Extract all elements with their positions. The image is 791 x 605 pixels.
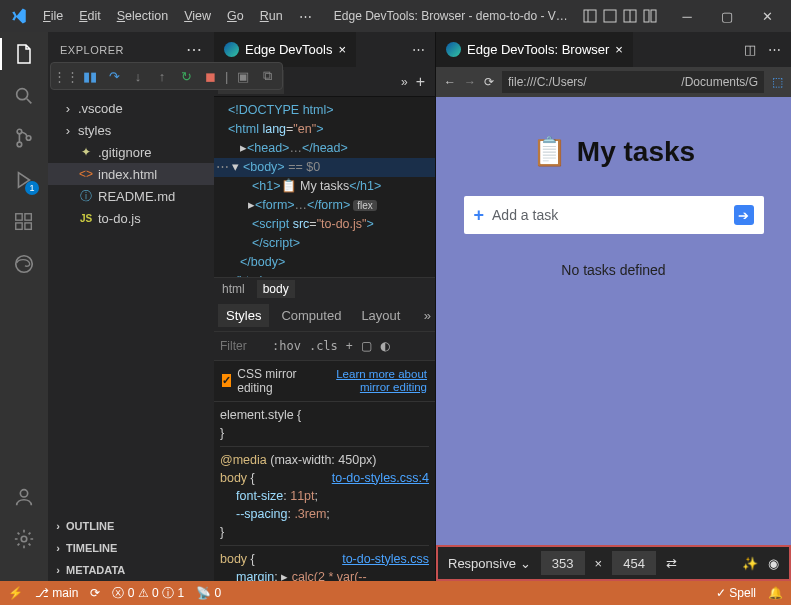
layout-icon[interactable] — [603, 9, 617, 23]
close-button[interactable]: ✕ — [747, 0, 787, 32]
device-mode-select[interactable]: Responsive ⌄ — [448, 556, 531, 571]
layout-tab[interactable]: Layout — [353, 304, 408, 327]
menu-file[interactable]: FFileile — [36, 5, 70, 27]
mirror-checkbox[interactable]: ✓ — [222, 374, 231, 387]
add-tool-icon[interactable]: + — [410, 73, 431, 91]
layout-split-icon[interactable] — [583, 9, 597, 23]
restart-icon[interactable]: ↻ — [177, 67, 195, 85]
eye-icon[interactable]: ◉ — [768, 556, 779, 571]
wand-icon[interactable]: ✨ — [742, 556, 758, 571]
new-rule-icon[interactable]: + — [346, 339, 353, 353]
styles-body[interactable]: element.style { } @media (max-width: 450… — [214, 402, 435, 582]
styles-tab[interactable]: Styles — [218, 304, 269, 327]
remote-icon[interactable]: ⚡ — [8, 586, 23, 600]
file-index-html[interactable]: <>index.html — [48, 163, 214, 185]
layout-icon[interactable] — [623, 9, 637, 23]
gitignore-icon: ✦ — [78, 145, 94, 159]
submit-icon[interactable]: ➔ — [734, 205, 754, 225]
more-tools-icon[interactable]: » — [401, 75, 408, 89]
tool-icon[interactable]: ⧉ — [258, 67, 276, 85]
metadata-section[interactable]: ›METADATA — [48, 559, 214, 581]
layout-grid-icon[interactable] — [643, 9, 657, 23]
js-icon: JS — [78, 213, 94, 224]
folder-vscode[interactable]: ›.vscode — [48, 97, 214, 119]
problems-status[interactable]: ⓧ 0 ⚠ 0 ⓘ 1 — [112, 585, 184, 602]
explorer-sidebar: EXPLORER⋯ ›.vscode ›styles ✦.gitignore <… — [48, 32, 214, 581]
status-bar: ⚡ ⎇ main ⟳ ⓧ 0 ⚠ 0 ⓘ 1 📡 0 ✓ Spell 🔔 — [0, 581, 791, 605]
debug-toolbar[interactable]: ⋮⋮ ▮▮ ↷ ↓ ↑ ↻ ◼ | ▣ ⧉ — [50, 62, 283, 90]
tab-edge-browser[interactable]: Edge DevTools: Browser × — [436, 32, 634, 67]
svg-point-10 — [17, 142, 22, 147]
more-tab-icon[interactable]: ⋯ — [768, 42, 781, 57]
computed-tab[interactable]: Computed — [273, 304, 349, 327]
svg-rect-5 — [644, 10, 649, 22]
menu-view[interactable]: View — [177, 5, 218, 27]
reload-icon[interactable]: ⟳ — [484, 75, 494, 89]
outline-section[interactable]: ›OUTLINE — [48, 515, 214, 537]
pause-icon[interactable]: ▮▮ — [81, 67, 99, 85]
source-control-activity-icon[interactable] — [12, 126, 36, 150]
extensions-activity-icon[interactable] — [12, 210, 36, 234]
url-bar[interactable]: file:///C:/Users//Documents/G — [502, 71, 764, 93]
styles-filter-row: :hov .cls + ▢ ◐ — [214, 331, 435, 361]
step-over-icon[interactable]: ↷ — [105, 67, 123, 85]
run-debug-activity-icon[interactable]: 1 — [12, 168, 36, 192]
branch-status[interactable]: ⎇ main — [35, 586, 78, 600]
height-input[interactable] — [612, 551, 656, 575]
rotate-icon[interactable]: ⇄ — [666, 556, 677, 571]
forward-icon[interactable]: → — [464, 75, 476, 89]
svg-rect-0 — [584, 10, 596, 22]
file-gitignore[interactable]: ✦.gitignore — [48, 141, 214, 163]
close-tab-icon[interactable]: × — [615, 42, 623, 57]
browser-pane: Edge DevTools: Browser × ◫ ⋯ ← → ⟳ file:… — [436, 32, 791, 581]
menu-selection[interactable]: Selection — [110, 5, 175, 27]
inspect-icon[interactable]: ⬚ — [772, 75, 783, 89]
mirror-learn-link[interactable]: Learn more about mirror editing — [313, 368, 427, 394]
menu-edit[interactable]: Edit — [72, 5, 108, 27]
stop-icon[interactable]: ◼ — [201, 67, 219, 85]
accounts-activity-icon[interactable] — [12, 485, 36, 509]
menu-more[interactable]: ⋯ — [292, 5, 319, 28]
hov-toggle[interactable]: :hov — [272, 339, 301, 353]
search-activity-icon[interactable] — [12, 84, 36, 108]
step-into-icon[interactable]: ↓ — [129, 67, 147, 85]
port-status[interactable]: 📡 0 — [196, 586, 221, 600]
tool-icon[interactable]: ▣ — [234, 67, 252, 85]
html-icon: <> — [78, 167, 94, 181]
drag-handle-icon[interactable]: ⋮⋮ — [57, 67, 75, 85]
settings-activity-icon[interactable] — [12, 527, 36, 551]
back-icon[interactable]: ← — [444, 75, 456, 89]
svg-rect-12 — [16, 214, 22, 220]
toggle-icon[interactable]: ◐ — [380, 339, 390, 353]
file-readme[interactable]: ⓘREADME.md — [48, 185, 214, 207]
filter-input[interactable] — [220, 339, 264, 353]
elements-tree[interactable]: <!DOCTYPE html> <html lang="en"> ▸<head>… — [214, 97, 435, 277]
split-editor-icon[interactable]: ◫ — [744, 42, 756, 57]
more-styles-icon[interactable]: » — [424, 308, 431, 323]
sync-icon[interactable]: ⟳ — [90, 586, 100, 600]
editor-layout-icons[interactable] — [583, 9, 657, 23]
explorer-activity-icon[interactable] — [12, 42, 36, 66]
spell-status[interactable]: ✓ Spell — [716, 586, 756, 600]
notifications-icon[interactable]: 🔔 — [768, 586, 783, 600]
timeline-section[interactable]: ›TIMELINE — [48, 537, 214, 559]
add-task-input[interactable]: + Add a task ➔ — [464, 196, 764, 234]
width-input[interactable] — [541, 551, 585, 575]
breadcrumb[interactable]: htmlbody — [214, 277, 435, 301]
styles-tabbar: Styles Computed Layout » — [214, 301, 435, 331]
maximize-button[interactable]: ▢ — [707, 0, 747, 32]
minimize-button[interactable]: ─ — [667, 0, 707, 32]
menu-go[interactable]: Go — [220, 5, 251, 27]
menu-run[interactable]: Run — [253, 5, 290, 27]
cls-toggle[interactable]: .cls — [309, 339, 338, 353]
folder-styles[interactable]: ›styles — [48, 119, 214, 141]
browser-tabbar: Edge DevTools: Browser × ◫ ⋯ — [436, 32, 791, 67]
explorer-more-icon[interactable]: ⋯ — [186, 40, 203, 59]
more-tab-icon[interactable]: ⋯ — [412, 42, 425, 57]
step-out-icon[interactable]: ↑ — [153, 67, 171, 85]
close-tab-icon[interactable]: × — [338, 42, 346, 57]
file-todo-js[interactable]: JSto-do.js — [48, 207, 214, 229]
device-icon[interactable]: ▢ — [361, 339, 372, 353]
edge-activity-icon[interactable] — [12, 252, 36, 276]
plus-icon: + — [474, 205, 485, 226]
